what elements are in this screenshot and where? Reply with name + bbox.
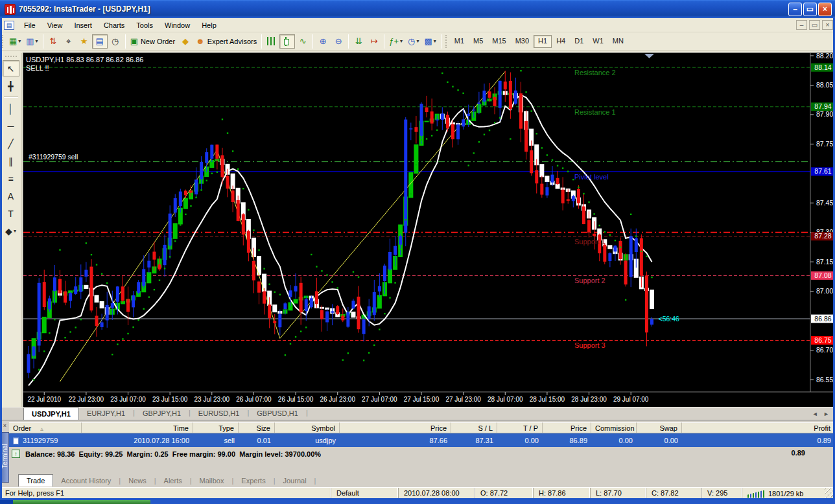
zoom-in-button[interactable]: ⊕ [315, 34, 331, 49]
menu-window[interactable]: Window [159, 19, 196, 31]
toolbar-grip[interactable] [5, 56, 17, 57]
chart-shift-icon: ↦ [371, 36, 378, 46]
tab-journal[interactable]: Journal [276, 475, 314, 487]
templates-button[interactable]: ▩▾ [421, 34, 438, 49]
taskbar-edge[interactable] [0, 500, 835, 504]
chart-tab-gbpusd[interactable]: GBPUSD,H1 [249, 407, 306, 420]
column-symbol[interactable]: Symbol [275, 422, 340, 433]
tab-alerts[interactable]: Alerts [156, 475, 190, 487]
close-button[interactable]: × [818, 3, 832, 16]
child-restore-button[interactable]: ▭ [809, 20, 820, 30]
minimize-button[interactable]: – [788, 3, 802, 16]
text-label-tool-button[interactable]: T [3, 205, 19, 222]
status-help-text: For Help, press F1 [0, 488, 331, 499]
tab-mailbox[interactable]: Mailbox [192, 475, 232, 487]
new-order-button[interactable]: ▣New Order [128, 34, 178, 49]
strategy-tester-button[interactable]: ◷ [108, 34, 123, 49]
metaeditor-button[interactable]: ◆ [178, 34, 193, 49]
expert-advisors-button[interactable]: ☻Expert Advisors [193, 34, 259, 49]
terminal-icon: ▤ [95, 36, 103, 46]
child-minimize-button[interactable]: – [796, 20, 807, 30]
toolbar-grip[interactable] [445, 35, 448, 48]
chevron-down-icon: ▾ [416, 38, 419, 44]
column-type[interactable]: Type [193, 422, 239, 433]
chart-tab-eurusd[interactable]: EURUSD,H1 [191, 407, 248, 420]
timeframe-d1[interactable]: D1 [570, 35, 588, 48]
trendline-tool-button[interactable]: ╱ [3, 135, 19, 152]
crosshair-tool-button[interactable]: ╋ [3, 78, 19, 94]
chart-tab-eurjpy[interactable]: EURJPY,H1 [79, 407, 133, 420]
timeframe-h1[interactable]: H1 [534, 35, 552, 48]
terminal-close-icon[interactable]: × [1, 422, 8, 430]
tab-news[interactable]: News [121, 475, 154, 487]
toolbar-grip[interactable] [2, 35, 5, 48]
timeframe-h4[interactable]: H4 [552, 35, 570, 48]
menu-help[interactable]: Help [196, 19, 222, 31]
svg-text:87.61: 87.61 [814, 167, 831, 175]
menu-file[interactable]: File [18, 19, 41, 31]
chart-canvas[interactable]: Resistance 2Resistance 1Piviot levelSupp… [23, 53, 835, 407]
column-sl[interactable]: S / L [451, 422, 497, 433]
tab-scroll-arrows[interactable]: ◄ ► [812, 411, 831, 417]
price-chart[interactable]: Resistance 2Resistance 1Piviot levelSupp… [23, 53, 835, 407]
resize-grip[interactable] [825, 488, 834, 498]
text-tool-button[interactable]: A [3, 188, 19, 204]
order-type: sell [193, 437, 239, 444]
column-profit[interactable]: Profit [682, 422, 835, 433]
tab-experts[interactable]: Experts [233, 475, 273, 487]
channel-tool-button[interactable]: ∥ [3, 153, 19, 169]
timeframe-m30[interactable]: M30 [511, 35, 534, 48]
periods-button[interactable]: ◷▾ [405, 34, 421, 49]
menu-charts[interactable]: Charts [98, 19, 130, 31]
trendline-icon: ╱ [8, 139, 13, 149]
chart-shift-button[interactable]: ↦ [366, 34, 382, 49]
chart-tab-usdjpy[interactable]: USDJPY,H1 [23, 407, 79, 420]
arrows-tool-button[interactable]: ◆▾ [3, 223, 19, 239]
navigator-button[interactable]: ★ [76, 34, 92, 49]
tab-trade[interactable]: Trade [18, 474, 53, 487]
column-price-current[interactable]: Price [543, 422, 591, 433]
market-watch-button[interactable]: ⇅ [45, 34, 61, 49]
fibonacci-tool-button[interactable]: ≡ [3, 170, 19, 187]
timeframe-m1[interactable]: M1 [450, 35, 469, 48]
tab-account-history[interactable]: Account History [53, 475, 119, 487]
data-window-button[interactable]: ⌖ [61, 34, 76, 49]
terminal-button[interactable]: ▤ [92, 34, 108, 49]
indicators-button[interactable]: ƒ+▾ [386, 34, 405, 49]
title-bar[interactable]: 7055292: InstaTrader - [USDJPY,H1] – ▭ × [0, 0, 835, 18]
menu-bar: ▤ File View Insert Charts Tools Window H… [0, 18, 835, 32]
chart-tab-gbpjpy[interactable]: GBPJPY,H1 [135, 407, 189, 420]
column-size[interactable]: Size [239, 422, 275, 433]
column-commission[interactable]: Commission [591, 422, 637, 433]
line-chart-icon: ∿ [300, 36, 307, 46]
profiles-button[interactable]: ▥▾ [23, 34, 40, 49]
bar-chart-button[interactable] [264, 34, 279, 49]
child-window-icon[interactable]: ▤ [4, 21, 14, 30]
timeframe-m5[interactable]: M5 [469, 35, 488, 48]
line-chart-button[interactable]: ∿ [295, 34, 311, 49]
column-price-open[interactable]: Price [340, 422, 451, 433]
menu-view[interactable]: View [41, 19, 69, 31]
timeframe-w1[interactable]: W1 [588, 35, 608, 48]
horizontal-line-tool-button[interactable]: ─ [3, 118, 19, 134]
candlestick-button[interactable] [279, 34, 295, 49]
column-swap[interactable]: Swap [637, 422, 682, 433]
open-order-row[interactable]: 311929759 2010.07.28 16:00 sell 0.01 usd… [9, 433, 835, 447]
new-chart-button[interactable]: ▦▾ [6, 34, 23, 49]
column-tp[interactable]: T / P [497, 422, 543, 433]
vertical-line-tool-button[interactable]: │ [3, 100, 19, 117]
metaeditor-icon: ◆ [182, 36, 189, 46]
maximize-button[interactable]: ▭ [803, 3, 817, 16]
start-button-edge[interactable] [13, 500, 150, 504]
menu-insert[interactable]: Insert [68, 19, 98, 31]
timeframe-mn[interactable]: MN [608, 35, 628, 48]
menu-tools[interactable]: Tools [130, 19, 159, 31]
child-close-button[interactable]: × [822, 20, 833, 30]
zoom-out-button[interactable]: ⊖ [331, 34, 346, 49]
column-order[interactable]: Order▵ [9, 422, 82, 433]
column-time[interactable]: Time [82, 422, 193, 433]
cursor-tool-button[interactable]: ↖ [3, 60, 19, 76]
total-profit: 0.89 [792, 449, 805, 457]
timeframe-m15[interactable]: M15 [488, 35, 510, 48]
auto-scroll-button[interactable]: ⇊ [351, 34, 366, 49]
